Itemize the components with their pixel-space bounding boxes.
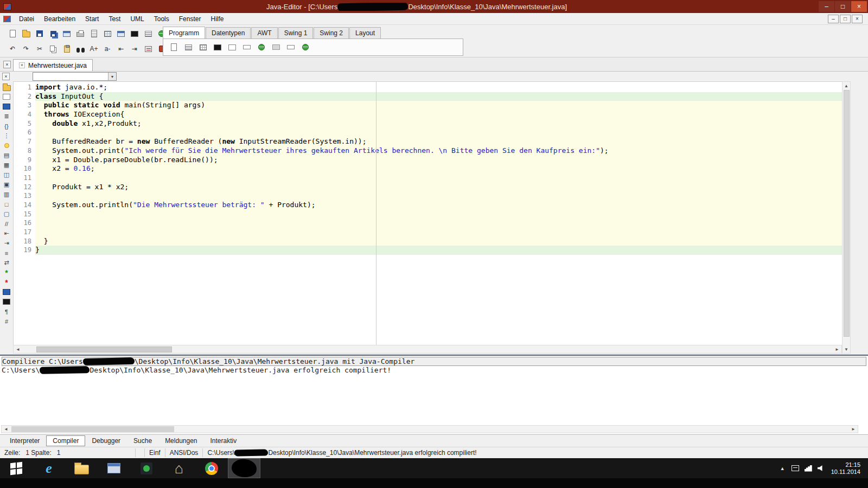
output-scroll-thumb[interactable] <box>11 426 174 432</box>
console-black-button[interactable] <box>212 41 224 53</box>
scroll-right-icon[interactable]: ► <box>833 345 841 353</box>
dialog-button[interactable] <box>241 41 253 53</box>
book-blue-button[interactable] <box>2 287 12 297</box>
window-button[interactable] <box>61 28 73 40</box>
menu-item-uml[interactable]: UML <box>125 14 149 24</box>
tray-network-button[interactable] <box>805 465 812 472</box>
panel-button[interactable] <box>270 41 282 53</box>
scroll-down-icon[interactable]: ▼ <box>842 345 851 353</box>
menu-item-bearbeiten[interactable]: Bearbeiten <box>39 14 80 24</box>
cut-button[interactable]: ✂ <box>34 43 46 55</box>
internet-explorer-button[interactable]: e <box>33 458 65 478</box>
braces-button[interactable]: {} <box>2 121 12 131</box>
grid-g-button[interactable]: ▢ <box>2 209 12 219</box>
listbox-button[interactable] <box>182 41 194 53</box>
chrome-button[interactable] <box>195 458 228 478</box>
output-line[interactable]: Compiliere C:\Users\Desktop\Info\Klasse_… <box>2 357 866 366</box>
editor-hscroll-thumb[interactable] <box>36 346 172 352</box>
star-red-button[interactable]: * <box>2 278 12 287</box>
combobox-dropdown-icon[interactable]: ▼ <box>108 73 116 80</box>
preview-button[interactable] <box>88 28 100 40</box>
structogram-button[interactable] <box>101 28 113 40</box>
comment-button[interactable]: // <box>2 219 12 228</box>
tray-chevron-icon[interactable]: ▲ <box>780 466 785 471</box>
minimize-button[interactable]: – <box>819 1 834 12</box>
open-file-button[interactable] <box>20 28 32 40</box>
code-line[interactable] <box>35 228 842 237</box>
redo-button[interactable]: ↷ <box>20 43 32 55</box>
app-green-button[interactable] <box>130 458 163 478</box>
code-line[interactable]: throws IOException{ <box>35 110 842 119</box>
output-scroll-left-icon[interactable]: ◄ <box>2 426 10 433</box>
code-line[interactable]: Produkt = x1 * x2; <box>35 183 842 192</box>
save-all-button[interactable] <box>47 28 59 40</box>
unindent-button[interactable]: ⇤ <box>115 43 127 55</box>
bulb-button[interactable] <box>2 141 12 150</box>
code-line[interactable]: class InputOut { <box>35 92 842 101</box>
star-green-button[interactable]: * <box>2 268 12 277</box>
menu-item-start[interactable]: Start <box>80 14 104 24</box>
output-scroll-right-icon[interactable]: ► <box>849 426 858 433</box>
code-line[interactable]: double x1,x2,Produkt; <box>35 119 842 129</box>
grid-a-button[interactable]: ▤ <box>2 151 12 160</box>
menu-item-fenster[interactable]: Fenster <box>174 14 206 24</box>
textfield-button[interactable] <box>285 41 297 53</box>
palette-tab-swing-1[interactable]: Swing 1 <box>278 27 314 38</box>
scroll-left-icon[interactable]: ◄ <box>14 345 22 353</box>
frame-button[interactable] <box>226 41 238 53</box>
java-editor-button[interactable] <box>228 458 260 478</box>
font-smaller-button[interactable]: a- <box>101 43 113 55</box>
code-line[interactable]: System.out.println("Die Mehrwertssteuer … <box>35 201 842 210</box>
code-line[interactable]: x1 = Double.parseDouble(br.readLine()); <box>35 156 842 165</box>
mdi-close-button[interactable]: × <box>852 15 863 23</box>
palette-tab-swing-2[interactable]: Swing 2 <box>314 27 349 38</box>
code-line[interactable]: public static void main(String[] args) <box>35 101 842 110</box>
code-line[interactable]: x2 = 0.16; <box>35 164 842 174</box>
bottom-tab-interpreter[interactable]: Interpreter <box>3 435 46 446</box>
sidebar-close-button[interactable]: × <box>2 73 10 80</box>
maximize-button[interactable]: □ <box>835 1 851 12</box>
print-button[interactable] <box>74 28 86 40</box>
code-line[interactable] <box>35 191 842 201</box>
new-file-button[interactable] <box>7 28 18 40</box>
frame-select-button[interactable] <box>2 92 12 101</box>
palette-tab-layout[interactable]: Layout <box>349 27 381 38</box>
dots-button[interactable]: ⋮ <box>2 131 12 140</box>
code-line[interactable]: } <box>35 237 842 246</box>
code-line[interactable]: BufferedReader br = new BufferedReader (… <box>35 137 842 146</box>
grid-b-button[interactable]: ▦ <box>2 160 12 170</box>
close-button[interactable]: × <box>851 1 867 12</box>
tray-volume-button[interactable] <box>818 465 825 472</box>
pilcrow-button[interactable]: ¶ <box>2 307 12 316</box>
tab-close-icon[interactable]: × <box>19 62 25 68</box>
grid-f-button[interactable]: □ <box>2 200 12 209</box>
uml-window-button[interactable] <box>115 28 127 40</box>
browser-button[interactable] <box>299 41 311 53</box>
menu-item-tools[interactable]: Tools <box>149 14 174 24</box>
bottom-tab-meldungen[interactable]: Meldungen <box>158 435 203 446</box>
taskbar-clock[interactable]: 21:15 10.11.2014 <box>831 461 860 476</box>
align-button[interactable]: ≡ <box>2 248 12 258</box>
tray-tablet-button[interactable] <box>792 465 799 471</box>
checklist-button[interactable] <box>142 28 154 40</box>
project-folder-button[interactable] <box>2 82 12 92</box>
palette-tab-datentypen[interactable]: Datentypen <box>206 27 251 38</box>
navigation-combobox[interactable]: ▼ <box>33 72 117 81</box>
tabbar-close-button[interactable]: × <box>3 61 11 68</box>
undo-button[interactable]: ↶ <box>7 43 18 55</box>
editor-horizontal-scrollbar[interactable]: ◄ ► <box>13 345 842 354</box>
output-scrollbar[interactable]: ◄ ► <box>1 425 858 433</box>
code-line[interactable] <box>35 128 842 137</box>
palette-tab-programm[interactable]: Programm <box>163 27 205 38</box>
save-button[interactable] <box>34 28 46 40</box>
menu-item-hilfe[interactable]: Hilfe <box>206 14 228 24</box>
start-button[interactable] <box>0 458 33 478</box>
font-bigger-button[interactable]: A+ <box>88 43 100 55</box>
file-explorer-button[interactable] <box>65 458 98 478</box>
line-list-button[interactable]: ≣ <box>2 112 12 121</box>
app-home-button[interactable]: ⌂ <box>163 458 195 478</box>
paste-button[interactable] <box>61 43 73 55</box>
grid-e-button[interactable]: ▥ <box>2 190 12 199</box>
editor-vscroll-thumb[interactable] <box>844 90 850 337</box>
indent-button[interactable]: ⇥ <box>2 239 12 248</box>
